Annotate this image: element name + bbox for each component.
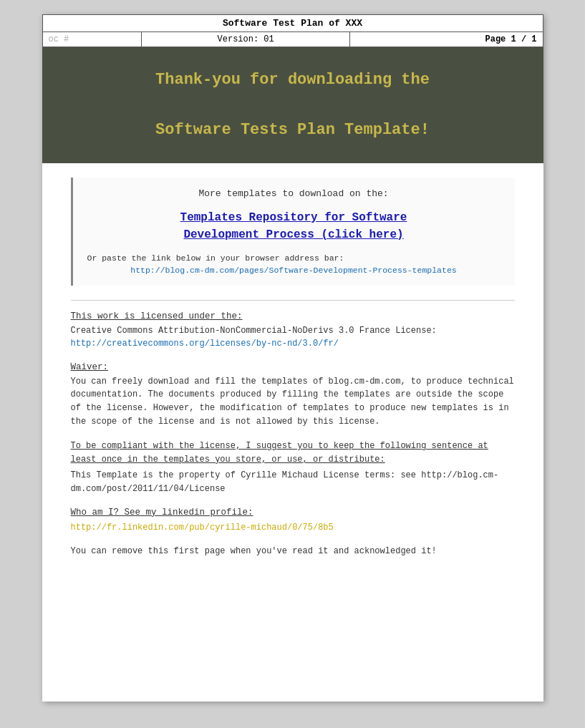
waiver-title: Waiver: (71, 362, 515, 372)
document-title: Software Test Plan of XXX (42, 15, 543, 32)
compliant-body: This Template is the property of Cyrille… (71, 469, 515, 495)
version-label: Version: (218, 34, 259, 44)
version-value: 01 (264, 34, 274, 44)
license-section: This work is licensed under the: Creativ… (71, 311, 515, 351)
version-cell: Version: 01 (142, 32, 350, 47)
banner-text: Thank-you for downloading the Software T… (71, 67, 515, 143)
paste-url-link[interactable]: http://blog.cm-dm.com/pages/Software-Dev… (87, 266, 501, 275)
linkedin-section: Who am I? See my linkedin profile: http:… (71, 508, 515, 533)
compliant-section: To be compliant with the license, I sugg… (71, 440, 515, 495)
linkedin-url[interactable]: http://fr.linkedin.com/pub/cyrille-micha… (71, 523, 334, 533)
license-title: This work is licensed under the: (71, 311, 515, 321)
linkedin-title: Who am I? See my linkedin profile: (71, 508, 515, 518)
info-box: More templates to download on the: Templ… (71, 178, 515, 286)
document-page: Software Test Plan of XXX oc # Version: … (42, 14, 543, 702)
banner-line1: Thank-you for downloading the (155, 71, 430, 89)
main-content: More templates to download on the: Templ… (42, 163, 543, 580)
paste-instruction: Or paste the link below in your browser … (87, 253, 501, 263)
page-number: Page 1 / 1 (350, 32, 543, 47)
waiver-body: You can freely download and fill the tem… (71, 375, 515, 428)
closing-text: You can remove this first page when you'… (71, 545, 515, 558)
waiver-section: Waiver: You can freely download and fill… (71, 362, 515, 428)
document-header: Software Test Plan of XXX oc # Version: … (42, 14, 543, 47)
banner-line2: Software Tests Plan Template! (155, 121, 430, 139)
license-body-text: Creative Commons Attribution-NonCommerci… (71, 326, 437, 336)
section-divider (71, 300, 515, 301)
download-banner: Thank-you for downloading the Software T… (42, 47, 543, 163)
more-templates-text: More templates to download on the: (87, 188, 501, 199)
license-url[interactable]: http://creativecommons.org/licenses/by-n… (71, 339, 339, 349)
repo-link[interactable]: Templates Repository for SoftwareDevelop… (87, 209, 501, 243)
doc-id: oc # (42, 32, 142, 47)
license-body: Creative Commons Attribution-NonCommerci… (71, 324, 515, 351)
compliant-title: To be compliant with the license, I sugg… (71, 440, 515, 466)
